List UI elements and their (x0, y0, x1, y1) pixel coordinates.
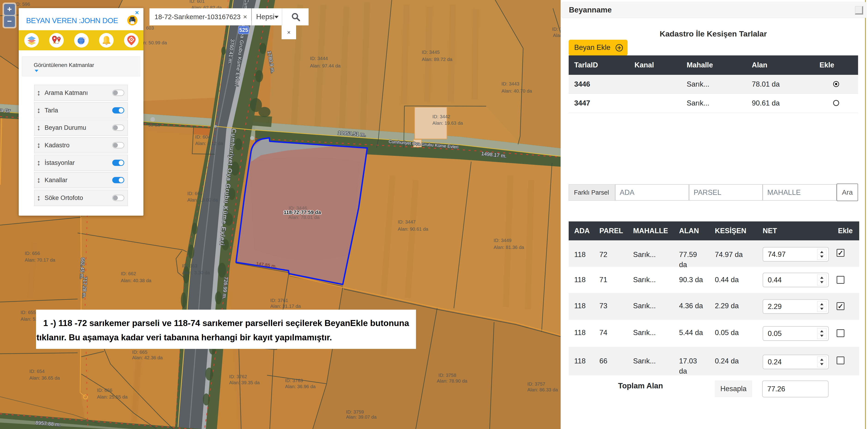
svg-text:Alan: 40.70 da: Alan: 40.70 da (501, 88, 532, 94)
svg-text:ID: 655: ID: 655 (21, 310, 36, 315)
svg-text:525: 525 (239, 27, 248, 33)
svg-text:ID: 666: ID: 666 (97, 388, 112, 393)
svg-text:ID: 662: ID: 662 (121, 271, 136, 276)
svg-text:118-72-77.59 da: 118-72-77.59 da (284, 209, 321, 215)
svg-text:717.28 m.: 717.28 m. (82, 276, 88, 298)
svg-text:Alan: 39.35 da: Alan: 39.35 da (229, 380, 260, 385)
svg-text:ID: 3449: ID: 3449 (494, 238, 512, 243)
svg-text:Alan: 36.96 da: Alan: 36.96 da (285, 384, 316, 389)
svg-text:Alan: 13.00 da: Alan: 13.00 da (187, 197, 218, 202)
svg-text:603: 603 (146, 25, 154, 31)
svg-text:ID: 3445: ID: 3445 (422, 50, 440, 55)
svg-text:Alan: 19.63 da: Alan: 19.63 da (432, 120, 463, 126)
svg-text:Alan: 52: Alan: 52 (21, 316, 38, 322)
svg-text:Alan:: Alan: (553, 33, 561, 38)
svg-text:ID: 596: ID: 596 (15, 1, 30, 7)
svg-text:Alan: 78.01 da: Alan: 78.01 da (288, 214, 320, 220)
svg-text:Alan: 42.36 da: Alan: 42.36 da (132, 355, 163, 360)
svg-text:ID: 604: ID: 604 (195, 134, 210, 139)
svg-text:ID: 654: ID: 654 (29, 368, 44, 374)
svg-text:ID: 665: ID: 665 (132, 349, 147, 355)
svg-text:ID: 3447: ID: 3447 (398, 219, 416, 224)
svg-text:ID: 3444: ID: 3444 (310, 56, 328, 61)
svg-text:ID: 3443: ID: 3443 (501, 81, 520, 86)
svg-text:662.45 m.: 662.45 m. (79, 258, 86, 279)
svg-text:ID: 3758: ID: 3758 (438, 372, 456, 378)
svg-text:Alan: 89.72 da: Alan: 89.72 da (422, 57, 453, 62)
svg-text:Alan: 86.33 da: Alan: 86.33 da (527, 387, 558, 392)
svg-text:ID: 3763: ID: 3763 (285, 378, 303, 383)
svg-text:ID: 660: ID: 660 (187, 191, 203, 196)
svg-text:ID: 3442: ID: 3442 (432, 114, 451, 119)
svg-text:Alan: 25.55 da: Alan: 25.55 da (97, 394, 128, 399)
svg-text:n: 50.99 da: n: 50.99 da (143, 40, 167, 45)
svg-text:Alan: 81.36 da: Alan: 81.36 da (494, 244, 524, 250)
svg-text:Alan: 3.30 da: Alan: 3.30 da (182, 270, 210, 275)
svg-text:Alan: 78.90 da: Alan: 78.90 da (437, 378, 467, 384)
svg-text:ID: 3757: ID: 3757 (527, 381, 545, 387)
svg-text:Alan: 39.07 da: Alan: 39.07 da (346, 414, 377, 420)
svg-text:Alan: 4.12 da: Alan: 4.12 da (195, 141, 223, 146)
svg-text:Alan: 36.65 da: Alan: 36.65 da (29, 375, 60, 381)
svg-text:Alan: 97.44 da: Alan: 97.44 da (310, 63, 341, 68)
svg-text:Alan: 31.17 da: Alan: 31.17 da (270, 303, 301, 309)
svg-text:ID: 663: ID: 663 (182, 263, 197, 268)
svg-text:ID: 3761: ID: 3761 (270, 298, 288, 303)
svg-text:ID: 656: ID: 656 (25, 251, 40, 256)
svg-text:Alan: 40.38 da: Alan: 40.38 da (121, 278, 152, 283)
svg-text:ID: 601: ID: 601 (189, 0, 205, 4)
svg-text:Alan: 70.17 da: Alan: 70.17 da (25, 257, 56, 263)
svg-text:95 da: 95 da (148, 122, 160, 127)
svg-text:ID: 3762: ID: 3762 (229, 374, 247, 379)
svg-text:Alan: 90.61 da: Alan: 90.61 da (398, 226, 429, 232)
svg-text:ID: 3759: ID: 3759 (346, 409, 364, 415)
svg-text:ID: 34: ID: 34 (552, 26, 561, 32)
